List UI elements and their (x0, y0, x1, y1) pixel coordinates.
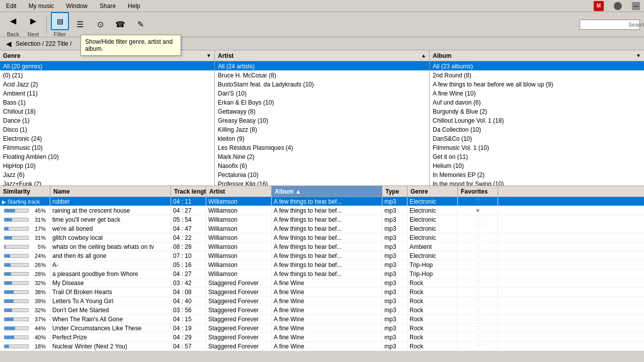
artist-item[interactable]: Bruce H. McCosar (8) (215, 70, 429, 79)
artist-item[interactable]: Killing Jazz (8) (215, 125, 429, 134)
track-row[interactable]: 17%we're all boned04 : 47WilliamsonA few… (0, 224, 644, 233)
track-favorite[interactable]: ♡ (458, 306, 498, 314)
artist-item[interactable]: kleiton (9) (215, 134, 429, 143)
list-view-button[interactable]: ☰ (71, 16, 89, 34)
album-item[interactable]: Auf und davon (6) (430, 98, 644, 107)
menu-window[interactable]: Window (64, 2, 90, 11)
col-header-length[interactable]: Track length (171, 186, 206, 197)
track-favorite[interactable]: ♡ (458, 251, 498, 260)
minimize-icon[interactable]: — (632, 2, 640, 10)
track-favorite[interactable]: ♡ (458, 197, 498, 206)
phone-button[interactable]: ☎ (111, 16, 129, 34)
artist-item[interactable]: Professor Kliq (16) (215, 179, 429, 186)
genre-item[interactable]: Jazz (6) (0, 170, 214, 179)
track-favorite[interactable]: ♡ (458, 333, 498, 341)
genre-item[interactable]: Bass (1) (0, 98, 214, 107)
album-item[interactable]: Da Collection (10) (430, 125, 644, 134)
artist-item[interactable]: Nasofix (6) (215, 161, 429, 170)
track-row[interactable]: 5%whats on the ceiling beats whats on tv… (0, 242, 644, 251)
album-item[interactable]: All (23 albums) (430, 61, 644, 70)
artist-item[interactable]: Dan'S (10) (215, 88, 429, 98)
search-input[interactable] (583, 21, 628, 28)
artist-item[interactable]: Greasy Beasy (10) (215, 116, 429, 125)
genre-item[interactable]: Electronic (24) (0, 134, 214, 143)
track-row[interactable]: 45%raining at the crescent house04 : 27W… (0, 206, 644, 215)
track-row[interactable]: 31%glitch cowboy local04 : 22WilliamsonA… (0, 233, 644, 242)
genre-item[interactable]: Disco (1) (0, 125, 214, 134)
track-favorite[interactable]: ♡ (458, 288, 498, 296)
album-item[interactable]: DanS&Co (10) (430, 134, 644, 143)
album-header[interactable]: Album ▼ (430, 50, 644, 61)
track-favorite[interactable]: ♡ (458, 324, 498, 332)
album-item[interactable]: A fine Wine (10) (430, 88, 644, 98)
track-row[interactable]: 44%Under Circumstances Like These04 : 19… (0, 324, 644, 333)
track-favorite[interactable]: ♡ (458, 260, 498, 269)
artist-item[interactable]: BustoStarrr feat. da Ladykrauts (10) (215, 79, 429, 88)
genre-item[interactable]: Chillout (18) (0, 107, 214, 116)
genre-item[interactable]: Filmmusic (10) (0, 143, 214, 152)
edit-button[interactable]: ✎ (131, 16, 149, 34)
col-header-album[interactable]: Album ▲ (272, 186, 382, 197)
track-row[interactable]: 28%a pleasant goodbye from Whore04 : 27W… (0, 269, 644, 279)
track-favorite[interactable]: ♡ (458, 279, 498, 287)
genre-item[interactable]: HipHop (10) (0, 161, 214, 170)
artist-item[interactable]: All (24 artists) (215, 61, 429, 70)
album-item[interactable]: Burgundy & Blue (2) (430, 107, 644, 116)
album-item[interactable]: In the mood for Swing (10) (430, 179, 644, 186)
artist-item[interactable]: Pectalunia (10) (215, 170, 429, 179)
track-row[interactable]: 32%Don't Get Me Started03 : 56Staggered … (0, 306, 644, 315)
back-button[interactable]: ◀ (4, 12, 22, 30)
album-item[interactable]: 2nd Round (8) (430, 70, 644, 79)
genre-item[interactable]: Ambient (11) (0, 88, 214, 98)
track-row[interactable]: 32%My Disease03 : 42Staggered ForeverA f… (0, 279, 644, 288)
search-box[interactable]: Search (580, 20, 640, 30)
genre-item[interactable]: Dance (1) (0, 116, 214, 125)
genre-item[interactable]: All (20 genres) (0, 61, 214, 70)
album-item[interactable]: Get it on (11) (430, 152, 644, 161)
track-row[interactable]: 24%and then its all gone07 : 10Williamso… (0, 251, 644, 260)
album-item[interactable]: In Memories EP (2) (430, 170, 644, 179)
col-header-favorites[interactable]: Favorites (458, 186, 498, 197)
artist-item[interactable]: Mark.Nine (2) (215, 152, 429, 161)
track-favorite[interactable]: ♡ (458, 233, 498, 242)
genre-item[interactable]: Jazz+Funk (2) (0, 179, 214, 186)
col-header-similarity[interactable]: Similarity (0, 186, 50, 197)
track-row[interactable]: 40%Perfect Prize04 : 29Staggered Forever… (0, 333, 644, 342)
genre-item[interactable]: (0) (21) (0, 70, 214, 79)
genre-item[interactable]: Floating Ambien (10) (0, 152, 214, 161)
col-header-type[interactable]: Type (382, 186, 408, 197)
track-row[interactable]: 38%Trail Of Broken Hearts04 : 08Staggere… (0, 288, 644, 297)
track-favorite[interactable]: ♡ (458, 269, 498, 278)
menu-edit[interactable]: Edit (4, 2, 19, 11)
track-favorite[interactable]: ♡ (458, 224, 498, 233)
track-row[interactable]: 39%Letters To A Young Girl04 : 40Stagger… (0, 297, 644, 306)
genre-item[interactable]: Acid Jazz (2) (0, 79, 214, 88)
artist-item[interactable]: Les Résidus Plasmiques (4) (215, 143, 429, 152)
disc-button[interactable]: ⊙ (91, 16, 109, 34)
menu-help[interactable]: Help (126, 2, 142, 11)
col-header-artist[interactable]: Artist (206, 186, 272, 197)
track-favorite[interactable]: ♡ (458, 242, 498, 251)
next-button[interactable]: ▶ (24, 12, 42, 30)
artist-item[interactable]: Erkan & El Boys (10) (215, 98, 429, 107)
filter-panel-button[interactable]: ▤ (51, 12, 69, 30)
track-favorite[interactable]: ♡ (458, 342, 498, 350)
track-row[interactable]: 26%A-05 : 16WilliamsonA few things to he… (0, 260, 644, 269)
col-header-name[interactable]: Name (50, 186, 171, 197)
menu-share[interactable]: Share (98, 2, 118, 11)
track-favorite[interactable]: ♡ (458, 215, 498, 224)
track-row[interactable]: 37%When The Rain's All Gone04 : 15Stagge… (0, 315, 644, 324)
track-row[interactable]: 18%Nuclear Winter (Next 2 You)04 : 57Sta… (0, 342, 644, 351)
artist-item[interactable]: Gettawayy (8) (215, 107, 429, 116)
track-row[interactable]: ▶ Starting trackrubber04 : 11WilliamsonA… (0, 197, 644, 206)
album-item[interactable]: Filmmusic Vol. 1 (10) (430, 143, 644, 152)
track-favorite[interactable]: ♥ (458, 206, 498, 215)
artist-header[interactable]: Artist ▲ (215, 50, 429, 61)
track-favorite[interactable]: ♡ (458, 315, 498, 323)
track-favorite[interactable]: ♡ (458, 297, 498, 305)
album-item[interactable]: Chillout Lounge Vol. 1 (18) (430, 116, 644, 125)
track-row[interactable]: 31%time you'll never get back05 : 54Will… (0, 215, 644, 224)
album-item[interactable]: Helium (10) (430, 161, 644, 170)
menu-mymusic[interactable]: My music (27, 2, 56, 11)
col-header-genre[interactable]: Genre (408, 186, 458, 197)
